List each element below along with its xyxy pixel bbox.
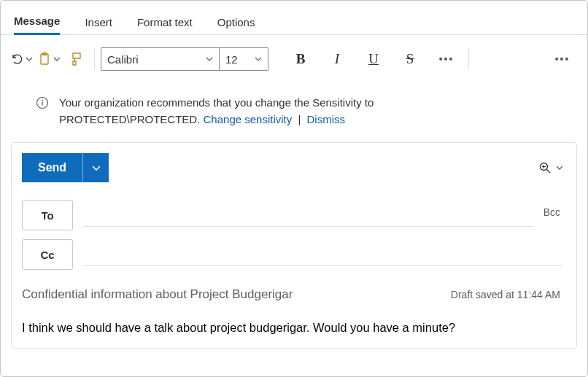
chevron-down-icon (92, 166, 101, 171)
format-painter-button[interactable] (65, 47, 88, 71)
tab-format-text[interactable]: Format text (137, 16, 193, 34)
toolbar-divider (468, 48, 469, 70)
cc-input[interactable] (83, 244, 563, 266)
bold-button[interactable]: B (285, 45, 317, 73)
subject-input[interactable]: Confidential information about Project B… (22, 287, 293, 302)
svg-rect-4 (42, 102, 42, 106)
formatting-toolbar: Calibri 12 B I U S ••• ••• (1, 35, 587, 83)
bcc-toggle[interactable]: Bcc (543, 206, 560, 218)
chevron-down-icon (206, 57, 213, 61)
undo-icon (9, 52, 24, 66)
italic-button[interactable]: I (321, 45, 353, 73)
cc-button[interactable]: Cc (22, 239, 73, 270)
toolbar-divider (94, 48, 95, 70)
tab-options[interactable]: Options (217, 16, 255, 34)
change-sensitivity-link[interactable]: Change sensitivity (204, 113, 293, 125)
ribbon-tabs: Message Insert Format text Options (1, 1, 587, 35)
font-name-value: Calibri (107, 53, 139, 66)
draft-status: Draft saved at 11:44 AM (451, 289, 560, 300)
policy-separator: | (298, 113, 301, 125)
compose-pane: Send To Bcc Cc Confidential information … (11, 142, 577, 349)
svg-line-6 (547, 170, 551, 174)
zoom-control[interactable] (538, 161, 563, 174)
magnifier-plus-icon (538, 161, 552, 174)
send-options-button[interactable] (82, 153, 109, 182)
info-icon (36, 96, 49, 109)
font-name-select[interactable]: Calibri (101, 48, 220, 70)
font-size-select[interactable]: 12 (220, 48, 268, 70)
chevron-down-icon (26, 57, 33, 61)
paintbrush-icon (70, 52, 83, 66)
font-size-value: 12 (225, 53, 238, 66)
to-button[interactable]: To (22, 200, 73, 230)
send-button[interactable]: Send (22, 153, 82, 182)
clipboard-icon (37, 52, 52, 66)
overflow-menu-button[interactable]: ••• (546, 45, 579, 73)
policy-line2: PROTECTED\PROTECTED. (59, 113, 204, 125)
tab-insert[interactable]: Insert (85, 16, 112, 34)
undo-button[interactable] (9, 47, 33, 71)
svg-point-3 (42, 100, 43, 101)
to-row: To Bcc (22, 200, 563, 230)
message-body[interactable]: I think we should have a talk about proj… (22, 318, 563, 335)
send-split-group: Send (22, 153, 109, 182)
tab-message[interactable]: Message (14, 15, 60, 35)
policy-line1: Your organization recommends that you ch… (59, 96, 374, 109)
compose-window: Message Insert Format text Options Calib… (0, 0, 588, 377)
subject-row: Confidential information about Project B… (22, 287, 563, 302)
chevron-down-icon (556, 166, 563, 170)
chevron-down-icon (53, 57, 61, 61)
cc-row: Cc (22, 239, 563, 270)
font-controls: Calibri 12 (101, 47, 268, 71)
paste-button[interactable] (37, 47, 61, 71)
dismiss-link[interactable]: Dismiss (307, 113, 346, 125)
strikethrough-button[interactable]: S (394, 45, 426, 73)
policy-text: Your organization recommends that you ch… (59, 95, 374, 128)
sensitivity-policy-tip: Your organization recommends that you ch… (1, 83, 587, 142)
underline-button[interactable]: U (357, 45, 390, 73)
to-input[interactable] (83, 204, 533, 227)
more-formatting-button[interactable]: ••• (430, 45, 463, 73)
send-row: Send (22, 153, 563, 182)
chevron-down-icon (255, 57, 262, 61)
